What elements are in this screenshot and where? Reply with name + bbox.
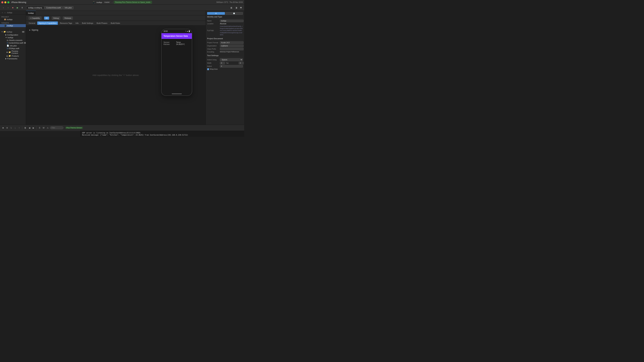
info-icon: 📄	[7, 44, 9, 47]
wrap-lines-checkbox[interactable]: ✓	[207, 68, 209, 70]
tab-build-phases[interactable]: Build Phases	[95, 21, 109, 25]
root-chevron: ▼	[1, 31, 3, 33]
classprefix-input[interactable]	[220, 48, 244, 50]
signing-group[interactable]: ▶ Signing	[29, 29, 38, 31]
sidebar-back[interactable]: ‹	[1, 11, 4, 14]
encoding-label: Encoding	[207, 51, 219, 53]
tab-xcodeproj[interactable]: iosApp.xcodeproj	[26, 6, 44, 9]
debug-step-into[interactable]: ↓	[14, 126, 17, 130]
cap-btn-all[interactable]: All	[44, 16, 49, 19]
iosapp-chevron: ▼	[5, 37, 7, 38]
tab-input[interactable]	[239, 62, 244, 64]
sidebar-iosapp-group[interactable]: ▼ IosApp	[0, 36, 26, 39]
app-name: iPhone Mirroring	[12, 1, 26, 3]
debug-stop[interactable]: ■	[1, 126, 5, 130]
debug-mem-graph[interactable]: M	[42, 126, 45, 130]
config-chevron: ▶	[5, 34, 6, 36]
tab-resource-tags[interactable]: Resource Tags	[58, 21, 74, 25]
tab-xcodeproj-label: iosApp.xcodeproj	[28, 7, 42, 9]
debug-pause[interactable]: ⏸	[5, 126, 9, 130]
tab-signing[interactable]: Signing & Capabilities	[37, 21, 58, 25]
sidebar-preview-content[interactable]: ▶ 📁 Preview Content	[0, 50, 26, 54]
pause-button[interactable]: ⏸	[20, 6, 24, 10]
maximize-button[interactable]	[8, 1, 10, 3]
assets-label: Assets.xcassets	[9, 39, 22, 41]
rtb-history[interactable]: 🕐	[225, 12, 243, 15]
editor-tab-label: IosApp	[28, 12, 34, 14]
debug-filter-input[interactable]	[50, 126, 64, 129]
tab-infoplist[interactable]: Info.plist	[63, 6, 74, 9]
editor-area: IosApp + Capability All Debug Release Ge…	[26, 11, 206, 125]
layout-bottom-button[interactable]: ⬒	[239, 6, 243, 10]
sidebar-products[interactable]: ▶ 📁 Products	[0, 54, 26, 57]
forward-button[interactable]: ›	[6, 6, 10, 10]
main-layout: ‹ › IosApp PROJECT 📦 IosApp TARGETS 📱 Io…	[0, 11, 244, 125]
tab-general[interactable]: General	[27, 21, 36, 25]
prop-encoding: Encoding Minimize Project References	[207, 51, 243, 53]
sidebar-frameworks[interactable]: ▶ Frameworks	[0, 57, 26, 60]
breadcrumb-root: IosApp	[7, 12, 12, 13]
sidebar-root[interactable]: ▼ 📁 IosApp M	[0, 30, 26, 33]
debug-step-out[interactable]: ↑	[18, 126, 21, 130]
tab-contentview[interactable]: ContentView.swift	[44, 6, 62, 9]
format-input[interactable]	[220, 41, 244, 44]
stop-button[interactable]: ■	[11, 6, 15, 10]
sidebar-iosappswift[interactable]: S IOSApp.swift	[0, 47, 26, 50]
infoplist-label: Info.plist	[10, 45, 16, 47]
tab-info[interactable]: Info	[74, 21, 80, 25]
tab-build-settings[interactable]: Build Settings	[81, 21, 94, 25]
title-bar-center: 📱 iosApp master | Running Pico-Thermo-Se…	[92, 1, 152, 4]
debug-clear[interactable]: 🗑	[24, 126, 27, 130]
sidebar-contentview[interactable]: S ContentView.swift M	[0, 41, 26, 44]
branch-badge: master	[104, 1, 111, 3]
fullpath-label: Full Path	[207, 30, 219, 31]
width-input[interactable]	[220, 62, 225, 64]
rtb-id-type[interactable]: ⊞	[207, 12, 225, 15]
prop-width: Width Tab	[207, 62, 243, 64]
products-icon: 📁	[8, 55, 11, 57]
cap-btn-debug[interactable]: Debug	[52, 16, 60, 19]
traffic-lights	[1, 1, 10, 3]
name-input[interactable]	[220, 19, 244, 22]
folder-icon: 📁	[4, 31, 6, 33]
phone-body: Temperature Sensor Data Sensor: Kitchen …	[162, 33, 192, 95]
editor-tab-iosapp[interactable]: IosApp	[26, 11, 36, 15]
debug-frame-back[interactable]: ◀	[28, 126, 31, 130]
org-label: Organization	[207, 45, 219, 47]
sidebar-configuration[interactable]: ▶ Configuration	[0, 33, 26, 36]
phone-status-right: • ▲ ▓	[185, 30, 190, 32]
cap-btn-release[interactable]: Release	[63, 16, 72, 19]
toolbar: ‹ › ■ ▶ ⏸ iosApp.xcodeproj ContentView.s…	[0, 5, 244, 11]
org-input[interactable]	[220, 44, 244, 47]
back-button[interactable]: ‹	[1, 6, 5, 10]
wrap-lines-label: Wrap lines	[210, 68, 218, 70]
run-button[interactable]: ▶	[16, 6, 20, 10]
tab-build-rules[interactable]: Build Rules	[109, 21, 122, 25]
debug-frame-forward[interactable]: ▶	[32, 126, 35, 130]
debug-step-over[interactable]: ⤵	[10, 126, 13, 130]
datetime: Thu 28 Nov 19:52	[230, 1, 243, 3]
layout-right-button[interactable]: ◨	[234, 6, 238, 10]
prop-classprefix: Class Prefix	[207, 48, 243, 50]
minimize-button[interactable]	[4, 1, 6, 3]
sidebar-infoplist[interactable]: 📄 Info.plist	[0, 44, 26, 47]
debug-thread-sanitizer[interactable]: S	[38, 126, 41, 130]
sidebar-forward[interactable]: ›	[4, 11, 6, 14]
bottom-area: ■ ⏸ ⤵ ↓ ↑ 🗑 ◀ ▶ S M ⚠ Pico-Thermo-Sensor…	[0, 125, 244, 137]
sidebar-target-iosapp[interactable]: 📱 IosApp	[0, 24, 26, 27]
layout-left-button[interactable]: ◧	[230, 6, 234, 10]
add-capability-button[interactable]: + Capability	[29, 16, 42, 19]
sidebar-assets[interactable]: 🗂 Assets.xcassets	[0, 39, 26, 41]
phone-mockup: 19:52 • ▲ ▓ Temperature Sensor Data Sens…	[161, 29, 192, 96]
encoding-value: Minimize Project References	[220, 51, 243, 53]
indent-using-select[interactable]: Spaces	[220, 58, 243, 61]
app-subtitle: iosApp	[96, 1, 102, 3]
debug-runtime-issues[interactable]: ⚠	[46, 126, 49, 130]
wrap-lines-row: ✓ Wrap lines	[207, 68, 243, 70]
sidebar-project-iosapp[interactable]: 📦 IosApp	[0, 18, 26, 21]
preview-label: Preview Content	[12, 50, 24, 54]
signing-chevron: ▶	[29, 29, 30, 31]
close-button[interactable]	[1, 1, 3, 3]
indent-input[interactable]	[220, 65, 243, 67]
process-name: Pico-Thermo-Sensor	[66, 127, 83, 129]
